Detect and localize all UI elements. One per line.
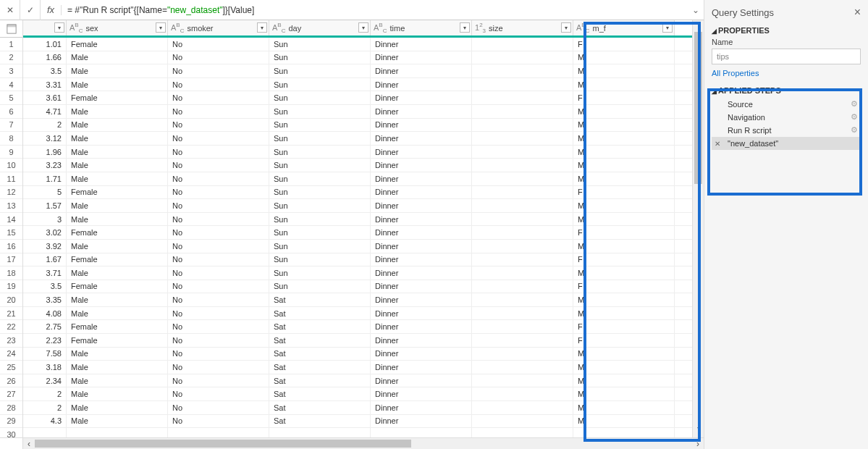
cell-sex[interactable] bbox=[67, 428, 168, 437]
column-filter-icon[interactable] bbox=[460, 22, 470, 33]
table-row[interactable]: 3.02FemaleNoSunDinnerF bbox=[23, 226, 692, 240]
cell-time[interactable]: Dinner bbox=[371, 91, 472, 104]
cell-sex[interactable]: Male bbox=[67, 267, 168, 280]
table-row[interactable]: 1.66MaleNoSunDinnerM bbox=[23, 51, 692, 65]
cell-day[interactable]: Sun bbox=[269, 146, 371, 159]
gear-icon[interactable]: ⚙ bbox=[851, 125, 858, 135]
cell-day[interactable]: Sun bbox=[269, 51, 371, 64]
cell-sex[interactable]: Male bbox=[67, 415, 168, 428]
scroll-down-icon[interactable]: ˅ bbox=[693, 426, 704, 437]
cell-day[interactable]: Sat bbox=[269, 307, 371, 320]
formula-expand-icon[interactable]: ⌄ bbox=[688, 5, 704, 15]
table-row[interactable]: 3MaleNoSunDinnerM bbox=[23, 213, 692, 227]
row-header[interactable]: 9 bbox=[0, 146, 22, 159]
cell-time[interactable] bbox=[371, 428, 472, 437]
cell-size[interactable] bbox=[472, 415, 573, 428]
applied-step[interactable]: ✕"new_dataset" bbox=[712, 137, 861, 150]
cell-size[interactable] bbox=[472, 64, 573, 77]
cell-sex[interactable]: Male bbox=[67, 172, 168, 185]
applied-step[interactable]: Source⚙ bbox=[712, 98, 861, 111]
cell-smoker[interactable]: No bbox=[168, 213, 269, 226]
cell-time[interactable]: Dinner bbox=[371, 172, 472, 185]
table-row[interactable]: 3.71MaleNoSunDinnerM bbox=[23, 267, 692, 280]
horizontal-scrollbar[interactable]: ‹ › bbox=[23, 438, 704, 449]
cell-size[interactable] bbox=[472, 361, 573, 374]
row-header[interactable]: 21 bbox=[0, 307, 22, 321]
row-header[interactable]: 15 bbox=[0, 226, 22, 240]
column-filter-icon[interactable] bbox=[662, 22, 673, 33]
vscroll-thumb[interactable] bbox=[694, 32, 702, 184]
cell-time[interactable]: Dinner bbox=[371, 64, 472, 77]
cell-smoker[interactable]: No bbox=[168, 374, 269, 387]
table-corner-icon[interactable] bbox=[0, 20, 22, 38]
cell-time[interactable]: Dinner bbox=[371, 280, 472, 293]
cell-sex[interactable]: Male bbox=[67, 51, 168, 64]
cell-time[interactable]: Dinner bbox=[371, 387, 472, 400]
cell-time[interactable]: Dinner bbox=[371, 51, 472, 64]
cell-sex[interactable]: Male bbox=[67, 78, 168, 91]
cell-smoker[interactable]: No bbox=[168, 38, 269, 51]
cell-day[interactable]: Sat bbox=[269, 401, 371, 414]
cell-smoker[interactable]: No bbox=[168, 199, 269, 212]
cell-size[interactable] bbox=[472, 105, 573, 118]
column-header-m_f[interactable]: ABCm_f bbox=[573, 20, 675, 35]
row-header[interactable]: 29 bbox=[0, 415, 22, 429]
cell-smoker[interactable]: No bbox=[168, 253, 269, 267]
cell-m_f[interactable]: F bbox=[573, 226, 675, 239]
cell-day[interactable]: Sun bbox=[269, 132, 371, 145]
cell-time[interactable]: Dinner bbox=[371, 307, 472, 320]
cell-smoker[interactable]: No bbox=[168, 401, 269, 414]
cell-day[interactable]: Sat bbox=[269, 293, 371, 306]
row-header[interactable]: 7 bbox=[0, 119, 22, 133]
cell-tip[interactable]: 3.71 bbox=[23, 267, 67, 280]
cell-time[interactable]: Dinner bbox=[371, 415, 472, 428]
cell-tip[interactable]: 3.35 bbox=[23, 293, 67, 306]
cell-smoker[interactable]: No bbox=[168, 387, 269, 400]
cell-m_f[interactable]: F bbox=[573, 253, 675, 267]
cell-size[interactable] bbox=[472, 199, 573, 212]
cell-size[interactable] bbox=[472, 307, 573, 320]
cell-size[interactable] bbox=[472, 253, 573, 267]
delete-step-icon[interactable]: ✕ bbox=[715, 140, 720, 148]
cell-tip[interactable]: 4.3 bbox=[23, 415, 67, 428]
table-row[interactable]: 1.71MaleNoSunDinnerM bbox=[23, 172, 692, 186]
cell-time[interactable]: Dinner bbox=[371, 374, 472, 387]
cell-day[interactable]: Sat bbox=[269, 361, 371, 374]
cell-m_f[interactable]: M bbox=[573, 361, 675, 374]
cell-tip[interactable]: 3.31 bbox=[23, 78, 67, 91]
table-row[interactable]: 3.31MaleNoSunDinnerM bbox=[23, 78, 692, 92]
column-filter-icon[interactable] bbox=[54, 22, 64, 33]
cell-size[interactable] bbox=[472, 334, 573, 347]
cell-size[interactable] bbox=[472, 240, 573, 253]
cell-size[interactable] bbox=[472, 320, 573, 333]
cell-size[interactable] bbox=[472, 186, 573, 199]
cell-time[interactable]: Dinner bbox=[371, 267, 472, 280]
column-filter-icon[interactable] bbox=[561, 22, 571, 33]
cell-tip[interactable]: 3.5 bbox=[23, 64, 67, 77]
cell-size[interactable] bbox=[472, 119, 573, 132]
cell-time[interactable]: Dinner bbox=[371, 226, 472, 239]
cell-smoker[interactable]: No bbox=[168, 280, 269, 293]
cell-tip[interactable]: 3.23 bbox=[23, 159, 67, 172]
row-header[interactable]: 3 bbox=[0, 64, 22, 78]
row-header[interactable]: 27 bbox=[0, 387, 22, 401]
cell-m_f[interactable]: M bbox=[573, 119, 675, 132]
cell-time[interactable]: Dinner bbox=[371, 159, 472, 172]
table-row[interactable]: 3.12MaleNoSunDinnerM bbox=[23, 132, 692, 146]
column-filter-icon[interactable] bbox=[156, 22, 166, 33]
cell-day[interactable]: Sun bbox=[269, 280, 371, 293]
table-row[interactable]: 4.3MaleNoSatDinnerM bbox=[23, 415, 692, 429]
cell-tip[interactable]: 3 bbox=[23, 213, 67, 226]
cell-sex[interactable]: Male bbox=[67, 146, 168, 159]
cell-tip[interactable]: 2.75 bbox=[23, 320, 67, 333]
cell-m_f[interactable]: F bbox=[573, 280, 675, 293]
table-row[interactable] bbox=[23, 428, 692, 437]
cell-smoker[interactable]: No bbox=[168, 240, 269, 253]
cell-tip[interactable]: 7.58 bbox=[23, 348, 67, 361]
cell-day[interactable]: Sun bbox=[269, 119, 371, 132]
table-row[interactable]: 2MaleNoSatDinnerM bbox=[23, 401, 692, 415]
cell-sex[interactable]: Male bbox=[67, 119, 168, 132]
cell-sex[interactable]: Male bbox=[67, 159, 168, 172]
cell-smoker[interactable]: No bbox=[168, 320, 269, 333]
cell-size[interactable] bbox=[472, 159, 573, 172]
